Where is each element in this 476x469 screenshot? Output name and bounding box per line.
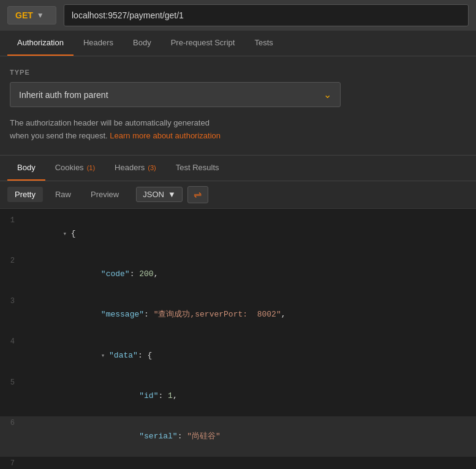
json-line-6: 6 "serial": "尚硅谷"	[0, 416, 476, 457]
json-line-2: 2 "code": 200,	[0, 254, 476, 295]
auth-section: TYPE Inherit auth from parent ⌄ The auth…	[0, 56, 476, 156]
auth-selected-value: Inherit auth from parent	[19, 90, 108, 100]
method-label: GET	[15, 10, 33, 20]
response-tabs: Body Cookies (1) Headers (3) Test Result…	[0, 156, 476, 181]
line-num-6: 6	[0, 417, 25, 429]
method-chevron-icon: ▼	[37, 11, 44, 20]
tab-prerequest[interactable]: Pre-request Script	[161, 31, 245, 56]
auth-learn-more-link[interactable]: Learn more about authorization	[110, 131, 221, 140]
json-body: 1 ▾ { 2 "code": 200, 3 "message": "查询成功,…	[0, 209, 476, 469]
format-type-chevron-icon: ▼	[168, 190, 176, 199]
line-num-4: 4	[0, 336, 25, 348]
format-type-selector[interactable]: JSON ▼	[136, 187, 183, 202]
format-bar: Pretty Raw Preview JSON ▼ ⇌	[0, 181, 476, 209]
line-num-2: 2	[0, 255, 25, 267]
format-raw-button[interactable]: Raw	[48, 187, 78, 202]
response-tab-testresults[interactable]: Test Results	[166, 156, 229, 181]
format-pretty-button[interactable]: Pretty	[7, 187, 43, 202]
cookies-badge: (1)	[85, 164, 96, 171]
line-num-7: 7	[0, 457, 25, 469]
auth-type-label: TYPE	[10, 69, 466, 76]
wrap-icon: ⇌	[194, 189, 202, 200]
tab-tests[interactable]: Tests	[244, 31, 282, 56]
arrow-1: ▾	[62, 230, 70, 238]
line-num-5: 5	[0, 377, 25, 389]
arrow-4: ▾	[101, 352, 109, 359]
auth-type-dropdown[interactable]: Inherit auth from parent ⌄	[10, 82, 341, 107]
json-line-4: 4 ▾ "data": {	[0, 335, 476, 375]
response-tab-cookies[interactable]: Cookies (1)	[45, 156, 105, 181]
format-type-label: JSON	[143, 190, 164, 199]
headers-badge: (3)	[146, 164, 156, 171]
line-num-3: 3	[0, 295, 25, 307]
request-tabs: Authorization Headers Body Pre-request S…	[0, 31, 476, 56]
method-selector[interactable]: GET ▼	[7, 6, 56, 24]
json-line-5: 5 "id": 1,	[0, 376, 476, 416]
response-tab-headers[interactable]: Headers (3)	[105, 156, 166, 181]
json-line-3: 3 "message": "查询成功,serverPort: 8002",	[0, 295, 476, 335]
top-bar: GET ▼	[0, 0, 476, 31]
json-line-7: 7 }	[0, 457, 476, 469]
response-area: 1 ▾ { 2 "code": 200, 3 "message": "查询成功,…	[0, 209, 476, 469]
tab-body[interactable]: Body	[123, 31, 161, 56]
response-tab-body[interactable]: Body	[7, 156, 45, 181]
line-num-1: 1	[0, 214, 25, 227]
url-input[interactable]	[64, 4, 469, 26]
format-preview-button[interactable]: Preview	[83, 187, 126, 202]
auth-description: The authorization header will be automat…	[10, 117, 316, 143]
tab-authorization[interactable]: Authorization	[7, 31, 74, 56]
wrap-button[interactable]: ⇌	[187, 186, 208, 203]
tab-headers[interactable]: Headers	[74, 31, 123, 56]
json-line-1: 1 ▾ {	[0, 214, 476, 254]
auth-dropdown-chevron-icon: ⌄	[323, 89, 331, 100]
